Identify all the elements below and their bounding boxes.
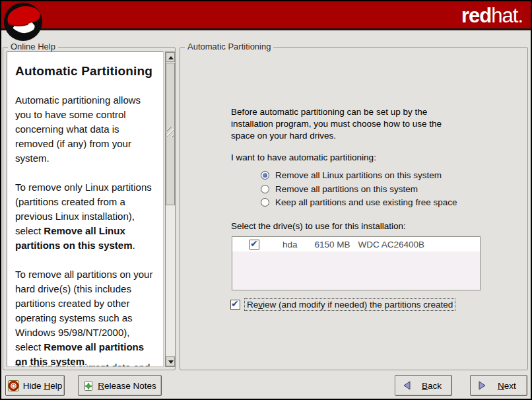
help-scrollbar[interactable] bbox=[165, 51, 176, 367]
radio-button-selected-icon[interactable] bbox=[261, 171, 269, 180]
brand-bold: red bbox=[461, 4, 491, 27]
next-button[interactable]: Next bbox=[470, 375, 527, 396]
scroll-down-button[interactable] bbox=[166, 356, 175, 366]
installer-window: redhat. Online Help Automatic Partitioni… bbox=[0, 0, 532, 400]
scrollbar-thumb[interactable] bbox=[166, 63, 175, 205]
drives-label: Select the drive(s) to use for this inst… bbox=[231, 220, 495, 232]
back-button[interactable]: Back bbox=[395, 375, 452, 396]
release-notes-label: Release Notes bbox=[98, 381, 156, 391]
automatic-partitioning-frame: Automatic Partitioning Before automatic … bbox=[180, 47, 528, 370]
radio-remove-all-partitions[interactable]: Remove all partitions on this system bbox=[261, 183, 418, 195]
check-icon: ✔ bbox=[231, 298, 239, 309]
help-title: Automatic Partitioning bbox=[15, 64, 155, 79]
review-checkbox-label[interactable]: Review (and modify if needed) the partit… bbox=[244, 298, 455, 311]
down-arrow-icon bbox=[168, 360, 174, 364]
next-arrow-icon bbox=[477, 380, 487, 391]
drive-row-hda[interactable]: ✔ hda 6150 MB WDC AC26400B bbox=[232, 237, 480, 251]
intro-text: Before automatic partitioning can be set… bbox=[231, 106, 449, 142]
help-paragraph-3: To remove all partitions on your hard dr… bbox=[15, 267, 155, 367]
redhat-wordmark: redhat. bbox=[461, 4, 523, 28]
review-partitions-checkbox-row[interactable]: ✔ Review (and modify if needed) the part… bbox=[230, 298, 455, 311]
redhat-shadowman-icon bbox=[3, 1, 44, 42]
release-notes-page-icon bbox=[83, 380, 94, 391]
back-label: Back bbox=[416, 381, 448, 391]
scrollbar-grip-icon bbox=[167, 127, 174, 137]
release-notes-button[interactable]: Release Notes bbox=[78, 375, 162, 396]
online-help-frame-label: Online Help bbox=[8, 42, 58, 51]
help-lifering-icon bbox=[8, 380, 19, 391]
back-arrow-icon bbox=[402, 380, 412, 391]
next-label: Next bbox=[491, 381, 523, 391]
drive-checkbox-checked[interactable]: ✔ bbox=[249, 240, 259, 250]
radio-button-icon[interactable] bbox=[261, 198, 269, 207]
help-paragraph-2: To remove only Linux partitions (partiti… bbox=[15, 180, 155, 253]
check-icon: ✔ bbox=[250, 238, 258, 249]
hide-help-button[interactable]: Hide Help bbox=[5, 375, 65, 396]
radio-button-icon[interactable] bbox=[261, 185, 269, 193]
main-frame-label: Automatic Partitioning bbox=[185, 42, 273, 51]
brand-light: hat. bbox=[491, 4, 523, 27]
radio-keep-all-partitions[interactable]: Keep all partitions and use existing fre… bbox=[261, 196, 457, 208]
scroll-up-button[interactable] bbox=[166, 52, 175, 62]
review-checkbox-checked[interactable]: ✔ bbox=[230, 300, 240, 310]
drive-model: WDC AC26400B bbox=[358, 240, 425, 250]
online-help-frame: Online Help Automatic Partitioning Autom… bbox=[3, 47, 176, 370]
help-text-panel: Automatic Partitioning Automatic partiti… bbox=[7, 51, 164, 367]
hide-help-label: Hide Help bbox=[23, 381, 62, 391]
drive-size: 6150 MB bbox=[315, 240, 350, 250]
drive-list[interactable]: ✔ hda 6150 MB WDC AC26400B bbox=[232, 236, 481, 290]
up-arrow-icon bbox=[168, 56, 174, 59]
header-bar: redhat. bbox=[1, 1, 531, 30]
help-paragraph-1: Automatic partitioning allows you to hav… bbox=[15, 93, 155, 166]
drive-device: hda bbox=[283, 240, 298, 250]
question-text: I want to have automatic partitioning: bbox=[231, 152, 495, 164]
radio-remove-linux-partitions[interactable]: Remove all Linux partitions on this syst… bbox=[261, 169, 442, 181]
help-paragraph-4-clipped: To retain your current data and bbox=[15, 360, 160, 367]
